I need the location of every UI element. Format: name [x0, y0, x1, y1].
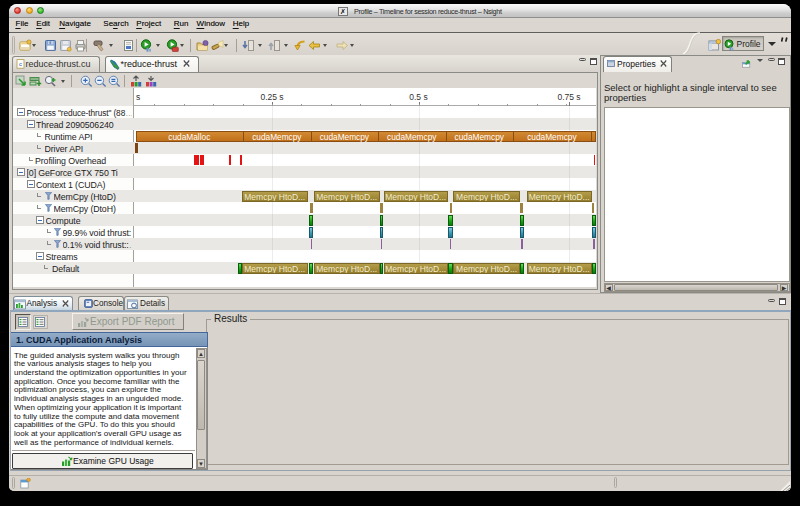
svg-text:c: c: [19, 61, 22, 67]
